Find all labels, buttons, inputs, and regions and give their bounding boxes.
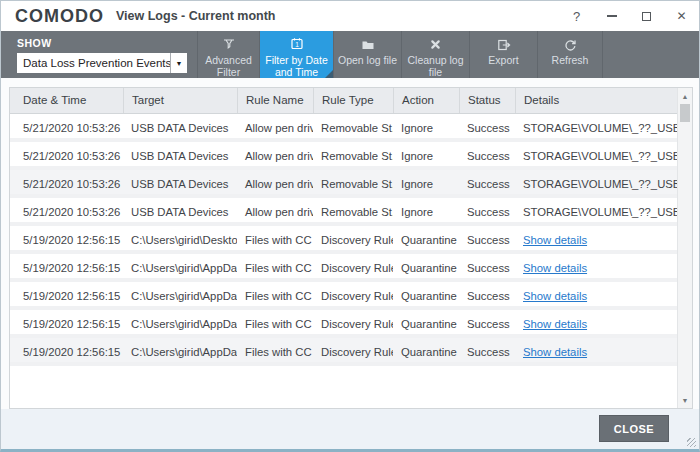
cell-status: Success <box>459 310 515 334</box>
log-table: Date & TimeTargetRule NameRule TypeActio… <box>9 87 693 409</box>
column-header-date-time[interactable]: Date & Time <box>10 88 123 113</box>
footer: CLOSE <box>1 409 699 449</box>
toolbar-button-refresh[interactable]: Refresh <box>537 31 603 78</box>
table-row[interactable]: 5/21/2020 10:53:26 ...USB DATA DevicesAl… <box>10 198 677 226</box>
cell-rule-type: Removable St... <box>313 142 393 166</box>
comodo-logo: COMODO <box>15 6 104 27</box>
details-text: STORAGE\VOLUME\_??_USBSTO... <box>523 150 677 162</box>
cell-rule-name: Files with CC ... <box>237 254 313 278</box>
toolbar-button-export[interactable]: Export <box>469 31 537 78</box>
cell-action: Ignore <box>393 114 459 138</box>
table-row[interactable]: 5/19/2020 12:56:15 ...C:\Users\girid\App… <box>10 310 677 338</box>
scrollbar-thumb[interactable] <box>680 104 690 122</box>
toolbar-button-filter-by-date[interactable]: 1Filter by Date and Time <box>259 31 333 78</box>
column-header-rule-type[interactable]: Rule Type <box>313 88 393 113</box>
cell-action: Ignore <box>393 170 459 194</box>
cell-rule-name: Files with CC ... <box>237 338 313 362</box>
cell-details: Show details <box>515 310 677 334</box>
details-text: STORAGE\VOLUME\_??_USBSTO... <box>523 178 677 190</box>
cell-status: Success <box>459 226 515 250</box>
cell-date: 5/21/2020 10:53:26 ... <box>10 114 123 138</box>
toolbar-button-label: Refresh <box>550 54 591 66</box>
table-row[interactable]: 5/19/2020 12:56:15 ...C:\Users\girid\App… <box>10 338 677 366</box>
cell-details: Show details <box>515 282 677 306</box>
table-row[interactable]: 5/21/2020 10:53:26 ...USB DATA DevicesAl… <box>10 170 677 198</box>
maximize-button[interactable] <box>629 1 664 31</box>
column-header-action[interactable]: Action <box>393 88 459 113</box>
help-button[interactable]: ? <box>559 1 594 31</box>
cell-details: Show details <box>515 254 677 278</box>
close-button[interactable]: CLOSE <box>599 415 669 442</box>
table-row[interactable]: 5/19/2020 12:56:15 ...C:\Users\girid\App… <box>10 254 677 282</box>
cell-details: Show details <box>515 338 677 362</box>
column-header-target[interactable]: Target <box>123 88 237 113</box>
cell-target: C:\Users\girid\AppDa... <box>123 282 237 306</box>
calendar-icon: 1 <box>290 37 304 52</box>
show-details-link[interactable]: Show details <box>523 290 587 302</box>
scroll-up-arrow[interactable]: ▲ <box>678 89 692 103</box>
table-row[interactable]: 5/19/2020 12:56:15 ...C:\Users\girid\App… <box>10 282 677 310</box>
cell-details: STORAGE\VOLUME\_??_USBSTO... <box>515 198 677 222</box>
show-details-link[interactable]: Show details <box>523 318 587 330</box>
funnel-icon <box>222 37 236 52</box>
cell-details: STORAGE\VOLUME\_??_USBSTO... <box>515 170 677 194</box>
cell-rule-type: Discovery Rule <box>313 310 393 334</box>
cell-date: 5/19/2020 12:56:15 ... <box>10 282 123 306</box>
export-icon <box>497 37 511 52</box>
folder-icon <box>361 37 375 52</box>
refresh-icon <box>563 37 577 52</box>
show-details-link[interactable]: Show details <box>523 234 587 246</box>
cell-details: Show details <box>515 226 677 250</box>
show-details-link[interactable]: Show details <box>523 346 587 358</box>
cell-details: STORAGE\VOLUME\_??_USBSTO... <box>515 142 677 166</box>
event-type-dropdown[interactable]: Data Loss Prevention Events ▼ <box>17 53 187 73</box>
table-row[interactable]: 5/19/2020 12:56:15 ...C:\Users\girid\Des… <box>10 226 677 254</box>
cell-rule-name: Allow pen drive <box>237 198 313 222</box>
toolbar-button-cleanup-log-file[interactable]: Cleanup log file <box>401 31 469 78</box>
show-details-link[interactable]: Show details <box>523 262 587 274</box>
view-logs-window: COMODO View Logs - Current month ? ✕ SHO… <box>0 0 700 452</box>
column-header-details[interactable]: Details <box>515 88 677 113</box>
dropdown-arrow-button[interactable]: ▼ <box>170 53 187 73</box>
table-row[interactable]: 5/21/2020 10:53:26 ...USB DATA DevicesAl… <box>10 142 677 170</box>
cell-target: USB DATA Devices <box>123 170 237 194</box>
minimize-button[interactable] <box>594 1 629 31</box>
cell-rule-type: Removable St... <box>313 114 393 138</box>
cell-target: USB DATA Devices <box>123 198 237 222</box>
toolbar-button-open-log-file[interactable]: Open log file <box>333 31 401 78</box>
cell-rule-type: Discovery Rule <box>313 254 393 278</box>
column-header-rule-name[interactable]: Rule Name <box>237 88 313 113</box>
vertical-scrollbar[interactable]: ▲ ▼ <box>677 88 692 408</box>
cell-date: 5/19/2020 12:56:15 ... <box>10 254 123 278</box>
event-type-dropdown-value: Data Loss Prevention Events <box>17 57 170 69</box>
cell-status: Success <box>459 114 515 138</box>
cell-rule-name: Allow pen drive <box>237 170 313 194</box>
cell-action: Quarantine <box>393 310 459 334</box>
cell-action: Ignore <box>393 142 459 166</box>
cell-status: Success <box>459 170 515 194</box>
cell-date: 5/21/2020 10:53:26 ... <box>10 142 123 166</box>
toolbar-button-label: Cleanup log file <box>402 54 469 78</box>
column-header-status[interactable]: Status <box>459 88 515 113</box>
cell-target: USB DATA Devices <box>123 114 237 138</box>
close-window-button[interactable]: ✕ <box>664 1 699 31</box>
toolbar-button-label: Export <box>486 54 520 66</box>
cell-rule-name: Allow pen drive <box>237 114 313 138</box>
cell-status: Success <box>459 338 515 362</box>
table-row[interactable]: 5/21/2020 10:53:26 ...USB DATA DevicesAl… <box>10 114 677 142</box>
table-body: 5/21/2020 10:53:26 ...USB DATA DevicesAl… <box>10 114 677 366</box>
show-label: SHOW <box>17 37 197 49</box>
minimize-icon <box>607 15 617 17</box>
cell-status: Success <box>459 142 515 166</box>
titlebar: COMODO View Logs - Current month ? ✕ <box>1 1 699 31</box>
resize-grip-icon[interactable] <box>687 438 696 447</box>
cell-date: 5/21/2020 10:53:26 ... <box>10 170 123 194</box>
cell-rule-name: Files with CC ... <box>237 282 313 306</box>
details-text: STORAGE\VOLUME\_??_USBSTO... <box>523 122 677 134</box>
scroll-down-arrow[interactable]: ▼ <box>678 393 692 407</box>
cell-rule-type: Discovery Rule <box>313 226 393 250</box>
cell-rule-name: Files with CC ... <box>237 310 313 334</box>
toolbar-button-advanced-filter[interactable]: Advanced Filter <box>197 31 259 78</box>
cell-date: 5/19/2020 12:56:15 ... <box>10 310 123 334</box>
cell-rule-type: Removable St... <box>313 170 393 194</box>
